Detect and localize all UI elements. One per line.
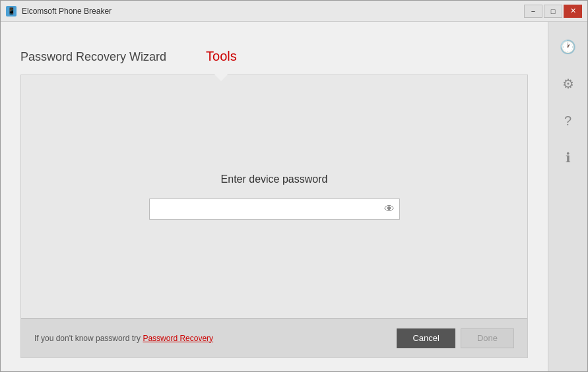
maximize-button[interactable]: □ — [544, 5, 562, 18]
hint-text: If you don't know password try — [34, 334, 141, 343]
minimize-button[interactable]: − — [524, 5, 542, 18]
password-input[interactable] — [149, 199, 400, 220]
password-recovery-link[interactable]: Password Recovery — [143, 334, 213, 343]
app-window: 📱 Elcomsoft Phone Breaker − □ ✕ Password… — [0, 0, 588, 372]
password-input-wrapper: 👁 — [149, 199, 400, 220]
cancel-button[interactable]: Cancel — [397, 328, 455, 348]
dialog-inner: Enter device password 👁 If you don't kno… — [20, 75, 528, 358]
wizard-title: Password Recovery Wizard — [20, 50, 166, 75]
hint-area: If you don't know password try Password … — [34, 334, 213, 343]
nav-bar: Password Recovery Wizard Tools — [1, 22, 548, 75]
dialog-bottom-bar: If you don't know password try Password … — [21, 318, 527, 357]
toggle-password-icon[interactable]: 👁 — [384, 203, 395, 215]
center-panel: Password Recovery Wizard Tools Enter dev… — [1, 22, 548, 371]
done-button[interactable]: Done — [461, 328, 514, 348]
app-icon: 📱 — [6, 6, 16, 16]
settings-icon[interactable]: ⚙ — [556, 72, 580, 96]
info-icon[interactable]: ℹ — [556, 146, 580, 170]
close-button[interactable]: ✕ — [564, 5, 582, 18]
window-title: Elcomsoft Phone Breaker — [22, 7, 112, 16]
right-sidebar: 🕐 ⚙ ? ℹ — [548, 22, 587, 371]
title-bar: 📱 Elcomsoft Phone Breaker − □ ✕ — [1, 1, 587, 22]
help-icon[interactable]: ? — [556, 109, 580, 133]
window-controls: − □ ✕ — [524, 5, 582, 18]
tools-tab[interactable]: Tools — [206, 49, 237, 75]
button-group: Cancel Done — [397, 328, 514, 348]
title-bar-left: 📱 Elcomsoft Phone Breaker — [6, 6, 112, 16]
main-content: Password Recovery Wizard Tools Enter dev… — [1, 22, 587, 371]
history-icon[interactable]: 🕐 — [556, 35, 580, 59]
dialog-form: Enter device password 👁 — [21, 75, 527, 318]
dialog-prompt: Enter device password — [221, 173, 328, 185]
dialog-area: Enter device password 👁 If you don't kno… — [1, 75, 548, 371]
